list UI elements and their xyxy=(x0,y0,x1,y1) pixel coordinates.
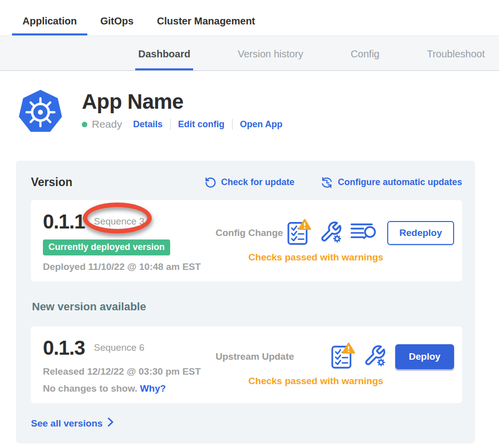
new-version-heading: New version available xyxy=(32,300,462,313)
top-nav-item-application[interactable]: Application xyxy=(12,3,87,35)
divider xyxy=(232,119,233,130)
available-version-card: 0.1.3 Sequence 6 Released 12/12/22 @ 03:… xyxy=(31,326,462,403)
view-diff-logs-icon[interactable] xyxy=(350,222,378,244)
see-all-versions-label: See all versions xyxy=(31,418,103,429)
open-app-link[interactable]: Open App xyxy=(240,119,282,130)
status-dot-icon xyxy=(82,122,87,127)
top-nav-item-gitops[interactable]: GitOps xyxy=(90,3,144,35)
deploy-button[interactable]: Deploy xyxy=(395,344,454,369)
why-link[interactable]: Why? xyxy=(140,383,166,394)
version-source-label: Config Change xyxy=(216,227,283,238)
clock-refresh-icon xyxy=(320,176,333,189)
tab-version-history[interactable]: Version history xyxy=(235,48,306,70)
version-section: Version Check for update xyxy=(16,161,475,444)
configure-auto-updates-link[interactable]: Configure automatic updates xyxy=(320,176,462,189)
see-all-versions-link[interactable]: See all versions xyxy=(31,417,114,430)
configure-auto-updates-label: Configure automatic updates xyxy=(338,177,462,188)
tab-config[interactable]: Config xyxy=(348,48,383,70)
available-sequence-label: Sequence 6 xyxy=(94,342,144,353)
app-status: Ready xyxy=(92,118,122,130)
config-wrench-icon[interactable] xyxy=(363,344,386,369)
current-sequence-label: Sequence 3 xyxy=(94,216,144,227)
preflight-checks-warning-icon[interactable] xyxy=(331,343,355,371)
app-header: App Name Ready Details Edit config Open … xyxy=(18,89,499,137)
check-for-update-link[interactable]: Check for update xyxy=(205,177,294,189)
deployed-timestamp: Deployed 11/10/22 @ 10:48 am EST xyxy=(43,261,208,272)
check-for-update-label: Check for update xyxy=(221,177,294,188)
version-section-title: Version xyxy=(31,176,72,189)
tab-troubleshoot[interactable]: Troubleshoot xyxy=(424,48,488,70)
preflight-checks-status[interactable]: Checks passed with warnings xyxy=(208,376,454,387)
tab-dashboard[interactable]: Dashboard xyxy=(135,48,193,70)
released-timestamp: Released 12/12/22 @ 03:30 pm EST xyxy=(43,366,208,377)
top-nav: Application GitOps Cluster Management xyxy=(0,0,499,35)
details-link[interactable]: Details xyxy=(133,119,163,130)
app-sub-nav: Dashboard Version history Config Trouble… xyxy=(0,35,499,71)
available-version-number: 0.1.3 xyxy=(43,337,85,359)
config-wrench-icon[interactable] xyxy=(319,221,342,245)
refresh-icon xyxy=(205,177,217,189)
top-nav-item-cluster-management[interactable]: Cluster Management xyxy=(147,3,266,35)
app-title: App Name xyxy=(82,91,282,113)
current-version-number: 0.1.1 xyxy=(43,211,85,233)
divider xyxy=(170,119,171,130)
currently-deployed-badge: Currently deployed version xyxy=(43,239,170,255)
no-changes-line: No changes to show. Why? xyxy=(43,383,208,394)
version-source-label: Upstream Update xyxy=(216,351,294,362)
chevron-right-icon xyxy=(107,417,114,430)
kubernetes-logo-icon xyxy=(18,89,63,136)
current-version-card: 0.1.1 Sequence 3 Currently deployed vers… xyxy=(31,200,462,281)
redeploy-button[interactable]: Redeploy xyxy=(387,221,454,245)
no-changes-text: No changes to show. xyxy=(43,383,137,394)
preflight-checks-status[interactable]: Checks passed with warnings xyxy=(208,252,454,263)
edit-config-link[interactable]: Edit config xyxy=(178,119,225,130)
preflight-checks-warning-icon[interactable] xyxy=(287,219,311,247)
